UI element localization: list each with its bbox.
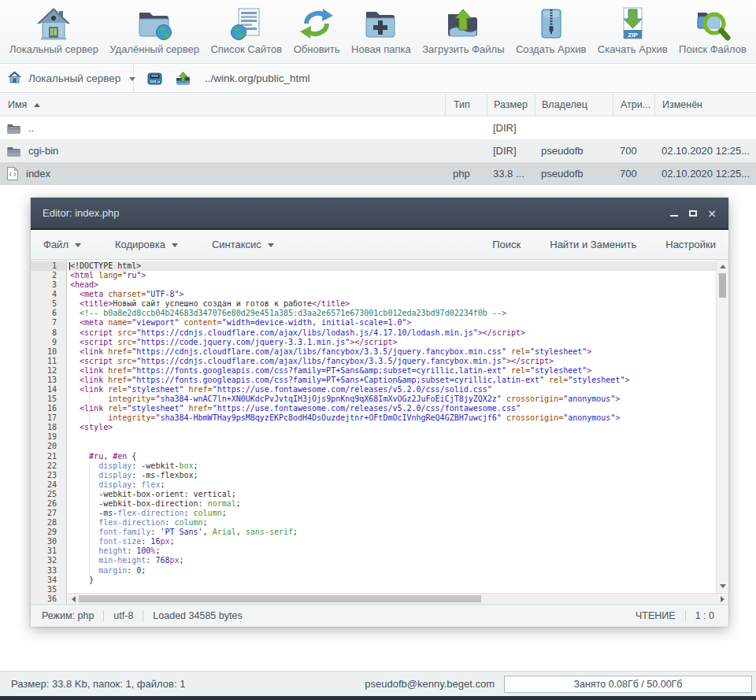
- column-header-label: Имя: [8, 99, 27, 110]
- chevron-down-icon: [268, 243, 274, 247]
- close-button[interactable]: ×: [707, 209, 717, 218]
- table-row[interactable]: indexphp33.8 ...pseudofb70002.10.2020 12…: [0, 162, 756, 185]
- line-number: 4: [31, 290, 66, 299]
- line-number: 20: [31, 442, 66, 451]
- scroll-right-arrow-icon[interactable]: [721, 596, 724, 602]
- vertical-scroll-thumb[interactable]: [719, 273, 726, 298]
- scroll-down-arrow-icon[interactable]: [720, 584, 726, 588]
- column-header-type[interactable]: Тип: [445, 94, 487, 116]
- minimize-button[interactable]: [669, 209, 679, 218]
- code-token: sans-serif: [246, 528, 293, 536]
- maximize-button[interactable]: [688, 209, 698, 218]
- toolbar-item-refresh[interactable]: Обновить: [294, 4, 340, 55]
- code-token: [70, 413, 108, 422]
- column-header-owner[interactable]: Владелец: [535, 94, 613, 116]
- column-header-attrs[interactable]: Атри...: [613, 94, 654, 116]
- code-line: <script src="https://cdnjs.cloudflare.co…: [68, 357, 728, 366]
- refresh-icon: [298, 4, 335, 43]
- code-token: ></script>: [506, 357, 554, 365]
- line-number: 11: [31, 357, 66, 366]
- code-token: >: [615, 394, 620, 403]
- line-number: 35: [31, 585, 66, 594]
- code-token: normal: [208, 499, 236, 508]
- code-token: <link: [80, 366, 103, 375]
- code-token: [70, 404, 80, 413]
- code-token: rel=: [103, 404, 127, 413]
- column-header-size[interactable]: Размер: [487, 94, 535, 116]
- file-attrs: 700: [613, 145, 654, 157]
- file-size: 33.8 ...: [487, 168, 535, 180]
- code-token: content=: [180, 318, 222, 327]
- code-token: <html: [70, 271, 94, 280]
- column-header-name[interactable]: Имя: [0, 94, 445, 116]
- code-token: [70, 546, 98, 555]
- mode-indicator: Режим: php: [42, 610, 94, 621]
- code-token: integrity=: [108, 413, 155, 422]
- server-selector[interactable]: Локальный сервер: [0, 65, 134, 92]
- code-token: >: [587, 366, 591, 375]
- file-modified: 02.10.2020 12:25...: [654, 145, 756, 157]
- table-row[interactable]: ..[DIR]: [0, 117, 756, 139]
- load-info: Loaded 34585 bytes: [153, 610, 242, 621]
- code-token: display: [98, 461, 132, 470]
- toolbar-item-home[interactable]: Локальный сервер: [9, 4, 98, 55]
- code-token: 16: [150, 537, 160, 546]
- vertical-scrollbar[interactable]: [716, 260, 728, 593]
- toolbar-item-label: Создать Архив: [516, 43, 586, 55]
- toolbar-item-new-folder[interactable]: Новая папка: [351, 4, 411, 55]
- line-number: 17: [31, 413, 66, 423]
- code-token: >: [624, 376, 629, 384]
- code-line: [68, 442, 728, 451]
- column-header-modified[interactable]: Изменён: [654, 94, 756, 116]
- table-row[interactable]: cgi-bin[DIR]pseudofb70002.10.2020 12:25.…: [0, 139, 756, 162]
- line-number: 26: [31, 499, 66, 509]
- scroll-left-arrow-icon[interactable]: [72, 596, 76, 602]
- code-token: [70, 357, 80, 365]
- line-number: 24: [31, 480, 66, 490]
- menu-файл[interactable]: Файл: [43, 239, 81, 250]
- code-line: #ru, #en {: [68, 452, 728, 461]
- code-token: "width=device-width, initial-scale=1.0": [222, 318, 407, 327]
- folder-icon: [7, 123, 20, 134]
- code-token: <link: [80, 385, 103, 394]
- disk-usage-button[interactable]: [147, 72, 162, 85]
- menu-настройки[interactable]: Настройки: [665, 239, 716, 250]
- code-token: -webkit-box-direction:: [98, 499, 207, 508]
- file-icon: [7, 167, 18, 180]
- toolbar-item-label: Новая папка: [351, 43, 411, 55]
- menu-кодировка[interactable]: Кодировка: [115, 239, 178, 250]
- separator: [685, 610, 686, 621]
- toolbar-item-label: Список Сайтов: [210, 43, 282, 55]
- code-token: display: [98, 480, 132, 489]
- horizontal-scrollbar[interactable]: [68, 593, 728, 604]
- code-token: height: [98, 546, 127, 555]
- current-path[interactable]: ../wink.org/public_html: [205, 72, 310, 84]
- go-up-button[interactable]: [176, 72, 191, 85]
- toolbar-item-site-list[interactable]: Список Сайтов: [210, 4, 282, 55]
- upload-files-icon: [444, 4, 482, 43]
- line-number: 28: [31, 518, 66, 528]
- editor-title-bar[interactable]: Editor: index.php ×: [31, 198, 728, 230]
- toolbar-item-download-archive[interactable]: ZIP Скачать Архив: [598, 4, 668, 55]
- toolbar-item-remote-server[interactable]: Удалённый сервер: [109, 4, 199, 55]
- code-line: flex-direction: column;: [68, 518, 728, 528]
- toolbar-item-create-archive[interactable]: Создать Архив: [516, 4, 586, 55]
- menu-найти-и-заменить[interactable]: Найти и Заменить: [550, 239, 636, 250]
- toolbar-item-label: Загрузить Файлы: [422, 43, 504, 55]
- code-token: [70, 347, 80, 356]
- menu-поиск[interactable]: Поиск: [492, 239, 521, 250]
- toolbar-item-search-files[interactable]: Поиск Файлов: [679, 4, 747, 55]
- code-token: [70, 309, 80, 317]
- code-token: ;: [293, 528, 298, 536]
- line-number: 6: [31, 309, 66, 318]
- menu-синтаксис[interactable]: Синтаксис: [212, 239, 274, 250]
- menu-label: Поиск: [492, 239, 521, 250]
- code-area[interactable]: 1234567891011121314151617181920212223242…: [31, 260, 728, 604]
- scroll-up-arrow-icon[interactable]: [720, 265, 726, 269]
- horizontal-scroll-thumb[interactable]: [79, 595, 481, 602]
- toolbar-item-upload-files[interactable]: Загрузить Файлы: [422, 4, 504, 55]
- code-token: src=: [113, 328, 136, 337]
- line-number: 18: [31, 423, 66, 432]
- code-pane[interactable]: <!DOCTYPE html><html lang="ru"><head> <m…: [68, 260, 728, 604]
- code-token: <link: [80, 347, 103, 356]
